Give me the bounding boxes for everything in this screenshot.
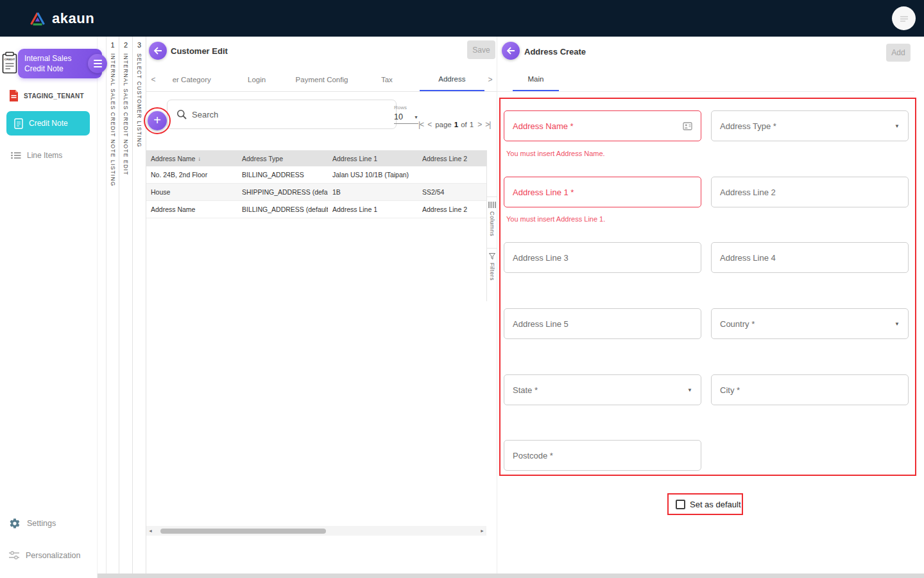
field-label: Address Name * (513, 121, 574, 131)
address-line3-field[interactable]: Address Line 3 (504, 242, 701, 273)
table-row[interactable]: Address Name BILLING_ADDRESS (default) A… (146, 201, 486, 218)
gear-icon (9, 518, 21, 529)
caret-down-icon: ▼ (894, 123, 900, 129)
country-select[interactable]: Country * ▼ (711, 308, 909, 339)
filter-funnel-icon (489, 253, 495, 259)
save-button[interactable]: Save (467, 40, 495, 59)
columns-label: Columns (489, 211, 495, 236)
customer-edit-panel: Customer Edit Save < er Category Login P… (146, 37, 497, 574)
caret-down-icon: ▼ (687, 387, 692, 393)
step-label: SELECT CUSTOMER LISTING (136, 53, 142, 148)
rows-label: Rows (394, 105, 418, 110)
scroll-left-icon[interactable]: ◄ (148, 526, 153, 536)
hamburger-icon (94, 60, 102, 67)
address-line2-field[interactable]: Address Line 2 (711, 177, 909, 207)
address-name-field[interactable]: Address Name * (504, 110, 701, 141)
city-field[interactable]: City * (711, 374, 909, 405)
sidebar-item-label: Credit Note (29, 119, 68, 128)
of-word: of (461, 121, 467, 128)
add-button[interactable]: Add (886, 44, 911, 62)
search-box[interactable] (167, 100, 397, 129)
tab-customer-category[interactable]: er Category (159, 67, 224, 91)
field-label: Address Line 2 (720, 188, 776, 197)
logo-text: akaun (52, 10, 94, 27)
caret-down-icon: ▼ (414, 115, 418, 119)
tab-tax[interactable]: Tax (354, 67, 419, 91)
rows-per-page-select[interactable]: 10 ▼ (394, 112, 418, 124)
sidebar-item-credit-note[interactable]: Credit Note (6, 111, 90, 136)
user-avatar[interactable] (892, 6, 916, 30)
address-line1-field[interactable]: Address Line 1 * (504, 177, 701, 207)
search-input[interactable] (192, 110, 378, 119)
next-page-icon[interactable]: > (477, 120, 481, 129)
table-row[interactable]: House SHIPPING_ADDRESS (default) 1B SS2/… (146, 184, 486, 201)
last-page-icon[interactable]: >| (485, 120, 490, 129)
address-create-tabs: Main (497, 67, 914, 92)
step-label: INTERNAL SALES CREDIT NOTE EDIT (123, 53, 129, 175)
address-table: Address Name ↓ Address Type Address Line… (146, 150, 486, 218)
table-row[interactable]: No. 24B, 2nd Floor BILLING_ADDRESS Jalan… (146, 166, 486, 184)
field-label: Address Line 3 (513, 253, 569, 263)
horizontal-scrollbar[interactable]: ◄ ► (146, 526, 486, 536)
step-number: 2 (119, 41, 132, 49)
tab-main[interactable]: Main (513, 67, 559, 91)
columns-icon (488, 202, 496, 208)
back-button[interactable] (149, 42, 167, 60)
cell-address-line2: Address Line 2 (418, 201, 486, 218)
back-button[interactable] (502, 42, 520, 60)
pagination: |< < page 1 of 1 > >| (418, 118, 490, 131)
sidebar-item-line-items[interactable]: Line Items (11, 151, 62, 160)
header-address-name[interactable]: Address Name ↓ (146, 155, 237, 162)
tabs-scroll-right-icon[interactable]: > (486, 67, 495, 91)
address-type-select[interactable]: Address Type * ▼ (711, 110, 909, 141)
scrollbar-thumb[interactable] (160, 529, 326, 534)
step-strip-credit-note-listing[interactable]: 1 INTERNAL SALES CREDIT NOTE LISTING (106, 37, 119, 574)
sidebar-item-settings[interactable]: Settings (9, 518, 56, 529)
tab-login[interactable]: Login (224, 67, 289, 91)
tab-payment-config[interactable]: Payment Config (289, 67, 354, 91)
filters-label: Filters (489, 263, 495, 281)
pdf-file-icon (8, 89, 19, 102)
add-address-button[interactable]: + (148, 111, 167, 130)
step-label: INTERNAL SALES CREDIT NOTE LISTING (110, 53, 116, 187)
first-page-icon[interactable]: |< (418, 120, 424, 129)
header-address-line2[interactable]: Address Line 2 (418, 155, 486, 162)
personalization-icon (9, 551, 19, 560)
sidebar-item-label: Personalization (26, 551, 80, 560)
sidebar-item-personalization[interactable]: Personalization (9, 551, 80, 560)
credit-note-icon (14, 118, 23, 129)
cell-address-type: BILLING_ADDRESS (237, 166, 328, 183)
step-strip-select-customer-listing[interactable]: 3 SELECT CUSTOMER LISTING (133, 37, 146, 574)
cell-address-line2: SS2/54 (418, 184, 486, 200)
prev-page-icon[interactable]: < (427, 120, 431, 129)
state-select[interactable]: State * ▼ (504, 374, 701, 405)
page-total: 1 (470, 121, 474, 128)
page-current: 1 (454, 121, 458, 128)
address-line5-field[interactable]: Address Line 5 (504, 308, 701, 339)
postcode-field[interactable]: Postcode * (504, 440, 701, 471)
header-address-type[interactable]: Address Type (237, 155, 328, 162)
scroll-right-icon[interactable]: ► (480, 526, 484, 536)
window-bottom-strip (98, 574, 924, 578)
page-word: page (435, 121, 452, 128)
header-address-line1[interactable]: Address Line 1 (328, 155, 418, 162)
columns-tool[interactable]: Columns (487, 197, 497, 254)
field-label: Postcode * (513, 451, 553, 460)
page-title: Address Create (524, 47, 586, 57)
address-line4-field[interactable]: Address Line 4 (711, 242, 909, 273)
tabs-scroll-left-icon[interactable]: < (149, 67, 158, 91)
cell-address-name: Address Name (146, 201, 237, 218)
field-label: Address Line 1 * (513, 188, 574, 197)
avatar-placeholder-icon (900, 15, 909, 22)
menu-toggle-button[interactable] (88, 54, 107, 73)
cell-address-name: No. 24B, 2nd Floor (146, 166, 237, 183)
module-label: Internal Sales Credit Note (24, 53, 85, 74)
field-label: Country * (720, 319, 755, 329)
filters-tool[interactable]: Filters (487, 248, 497, 299)
akaun-logo-icon (29, 11, 46, 26)
set-default-checkbox[interactable] (676, 500, 685, 509)
tab-address[interactable]: Address (420, 67, 484, 91)
field-label: State * (513, 385, 538, 395)
cell-address-line1: Jalan USJ 10/1B (Taipan) (328, 166, 418, 183)
step-strip-credit-note-edit[interactable]: 2 INTERNAL SALES CREDIT NOTE EDIT (119, 37, 133, 574)
